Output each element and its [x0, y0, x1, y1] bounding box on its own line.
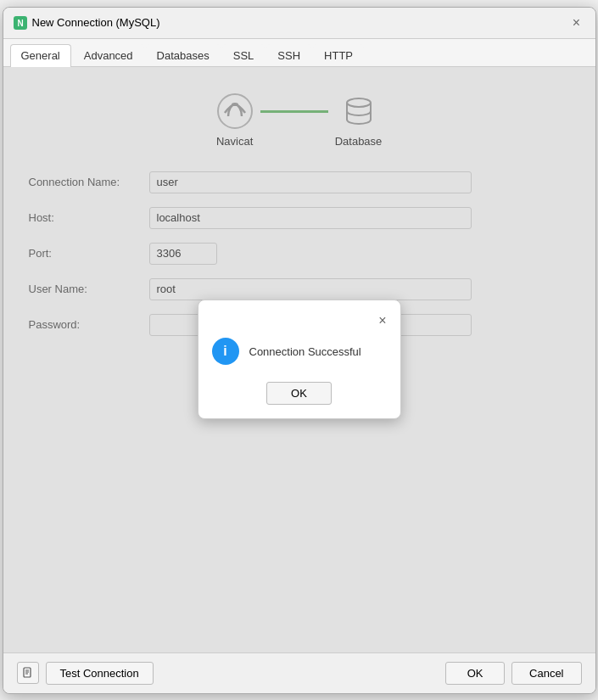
dialog-close-button[interactable]: × — [378, 314, 386, 328]
dialog-title-bar: × — [212, 314, 387, 328]
window-close-button[interactable]: × — [568, 14, 585, 31]
title-bar: N New Connection (MySQL) × — [3, 8, 595, 39]
window-title: New Connection (MySQL) — [32, 16, 160, 29]
dialog-footer: OK — [212, 382, 387, 405]
app-icon: N — [14, 16, 27, 30]
dialog-body: i Connection Successful — [212, 338, 387, 365]
tab-general[interactable]: General — [10, 44, 71, 67]
main-window: N New Connection (MySQL) × General Advan… — [3, 7, 596, 694]
tab-ssl[interactable]: SSL — [222, 44, 265, 66]
success-dialog: × i Connection Successful OK — [198, 300, 401, 419]
footer-right: OK Cancel — [445, 662, 581, 685]
test-connection-button[interactable]: Test Connection — [46, 662, 154, 685]
svg-text:N: N — [17, 19, 23, 28]
footer: Test Connection OK Cancel — [3, 652, 595, 693]
dialog-ok-button[interactable]: OK — [266, 382, 332, 405]
dialog-overlay: × i Connection Successful OK — [3, 67, 595, 652]
ok-button[interactable]: OK — [445, 662, 505, 685]
footer-icon-button[interactable] — [17, 662, 39, 684]
main-content: Navicat Database Connection Name: Host: — [3, 67, 595, 652]
tab-ssh[interactable]: SSH — [266, 44, 311, 66]
dialog-message: Connection Successful — [249, 345, 361, 358]
tab-http[interactable]: HTTP — [313, 44, 364, 66]
footer-left: Test Connection — [17, 662, 154, 685]
file-icon — [22, 667, 34, 679]
tab-advanced[interactable]: Advanced — [73, 44, 144, 66]
tab-databases[interactable]: Databases — [146, 44, 221, 66]
cancel-button[interactable]: Cancel — [511, 662, 581, 685]
info-icon: i — [212, 338, 239, 365]
tabs-bar: General Advanced Databases SSL SSH HTTP — [3, 39, 595, 67]
title-bar-left: N New Connection (MySQL) — [14, 16, 160, 30]
